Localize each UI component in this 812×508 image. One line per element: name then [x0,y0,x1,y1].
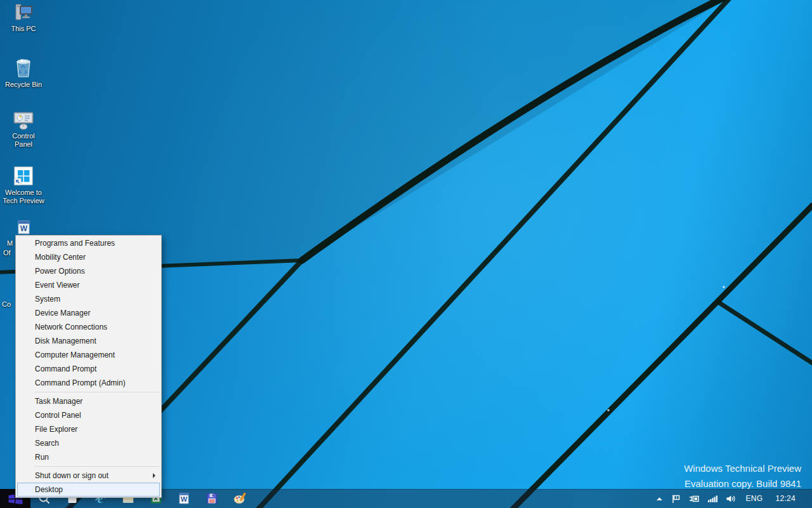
menu-item-desktop[interactable]: Desktop [17,483,160,497]
show-hidden-icons-button[interactable] [652,489,667,508]
volume-button[interactable] [722,489,740,508]
menu-item-mobility-center[interactable]: Mobility Center [16,250,161,264]
svg-text:W: W [20,224,28,233]
power-user-menu: Programs and Features Mobility Center Po… [15,235,162,498]
svg-text:W: W [181,495,188,503]
paint-palette-icon [233,492,246,505]
menu-item-task-manager[interactable]: Task Manager [16,394,161,408]
menu-item-search[interactable]: Search [16,436,161,450]
clock[interactable]: 12:24 [769,494,812,503]
evaluation-watermark: Windows Technical Preview Evaluation cop… [684,461,801,491]
menu-item-run[interactable]: Run [16,450,161,464]
menu-item-computer-management[interactable]: Computer Management [16,348,161,362]
signal-bars-icon [707,494,718,503]
taskbar-button-paint-app[interactable] [226,489,254,508]
menu-item-device-manager[interactable]: Device Manager [16,306,161,320]
watermark-line-1: Windows Technical Preview [684,461,801,476]
menu-item-network-connections[interactable]: Network Connections [16,320,161,334]
clipped-icon-label: Co [2,300,11,308]
system-tray: ENG 12:24 [652,489,812,508]
submenu-arrow-icon [153,473,155,478]
menu-item-system[interactable]: System [16,292,161,306]
menu-item-power-options[interactable]: Power Options [16,264,161,278]
menu-item-shut-down-or-sign-out[interactable]: Shut down or sign out [16,469,161,483]
office-document-icon[interactable]: W [18,220,30,234]
menu-separator [35,392,159,392]
chevron-up-icon [655,495,664,503]
control-panel-icon [12,112,35,130]
floppy-save-icon [206,492,218,505]
desktop-icon-label: Control Panel [3,132,44,149]
clipped-icon-label: M [7,239,13,247]
menu-item-file-explorer[interactable]: File Explorer [16,422,161,436]
desktop-icon-label: This PC [3,25,44,33]
desktop-icon-welcome-tech-preview[interactable]: Welcome to Tech Preview [3,165,44,205]
menu-item-control-panel[interactable]: Control Panel [16,408,161,422]
this-pc-icon [12,4,35,23]
menu-item-label: Shut down or sign out [35,471,108,480]
desktop-icon-label: Recycle Bin [3,81,44,89]
desktop-icon-label: Welcome to Tech Preview [3,189,44,205]
welcome-tile-icon [13,165,34,187]
desktop-icon-control-panel[interactable]: Control Panel [3,112,44,149]
menu-separator [35,466,159,467]
action-center-button[interactable] [667,489,685,508]
screen: This PC Recycle Bin Control Pa [0,0,812,508]
clipped-icon-label: Of [3,249,11,257]
menu-item-command-prompt-admin[interactable]: Command Prompt (Admin) [16,376,161,390]
language-indicator[interactable]: ENG [740,494,769,503]
menu-item-disk-management[interactable]: Disk Management [16,334,161,348]
flag-icon [671,494,681,504]
network-status-button[interactable] [704,489,722,508]
menu-item-event-viewer[interactable]: Event Viewer [16,278,161,292]
taskbar-button-word[interactable]: W [170,489,198,508]
taskbar-button-save-tool[interactable] [198,489,226,508]
power-status-button[interactable] [685,489,704,508]
desktop-icon-recycle-bin[interactable]: Recycle Bin [3,56,44,89]
battery-plug-icon [689,494,700,504]
desktop-icon-this-pc[interactable]: This PC [3,4,44,33]
menu-item-programs-and-features[interactable]: Programs and Features [16,236,161,250]
recycle-bin-icon [13,56,34,79]
speaker-icon [726,494,736,504]
menu-item-command-prompt[interactable]: Command Prompt [16,362,161,376]
word-icon: W [178,492,190,505]
